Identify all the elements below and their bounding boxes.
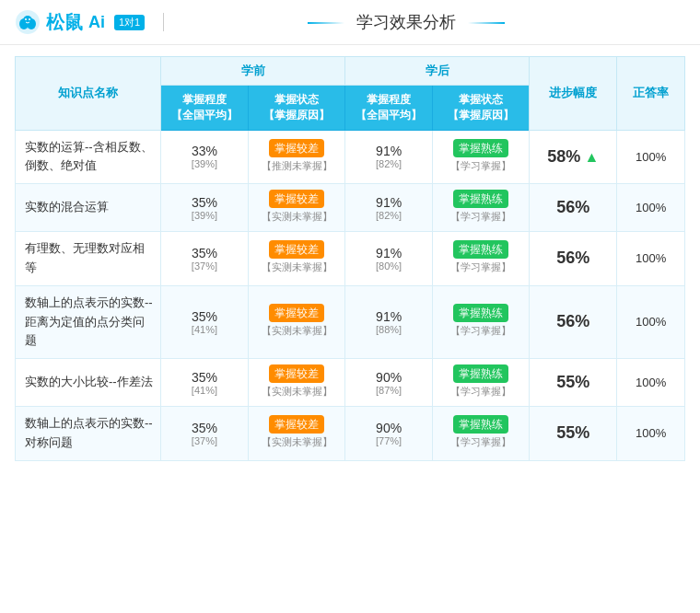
before-badge: 掌握较差 bbox=[269, 364, 324, 383]
before-note: 【实测未掌握】 bbox=[254, 260, 339, 274]
group-header-row: 知识点名称 学前 学后 进步幅度 正答率 bbox=[16, 57, 685, 86]
cell-correct: 100% bbox=[617, 184, 685, 232]
cell-before-national: [39%] bbox=[167, 210, 242, 221]
analysis-table: 知识点名称 学前 学后 进步幅度 正答率 掌握程度 【全国平均】 掌握状态 【掌… bbox=[15, 56, 685, 461]
table-row: 数轴上的点表示的实数--距离为定值的点分类问题 35% [41%] 掌握较差 【… bbox=[16, 285, 685, 358]
cell-correct: 100% bbox=[617, 359, 685, 407]
after-note: 【学习掌握】 bbox=[438, 324, 523, 338]
cell-after-percent: 91% [82%] bbox=[345, 130, 433, 184]
cell-after-national: [77%] bbox=[351, 435, 426, 446]
col-name-header: 知识点名称 bbox=[16, 57, 161, 131]
col-correct-header: 正答率 bbox=[617, 57, 685, 131]
cell-after-percent: 90% [77%] bbox=[345, 407, 433, 461]
cell-before-badge: 掌握较差 【实测未掌握】 bbox=[248, 285, 344, 358]
subheader-after-degree: 掌握程度 【全国平均】 bbox=[345, 86, 433, 131]
cell-before-national: [39%] bbox=[167, 158, 242, 169]
cell-name: 实数的大小比较--作差法 bbox=[16, 359, 161, 407]
before-badge: 掌握较差 bbox=[269, 139, 324, 157]
cell-before-badge: 掌握较差 【实测未掌握】 bbox=[248, 359, 344, 407]
logo-badge: 1对1 bbox=[114, 15, 145, 30]
cell-correct: 100% bbox=[617, 232, 685, 286]
col-before-header: 学前 bbox=[161, 57, 345, 86]
after-badge: 掌握熟练 bbox=[453, 139, 508, 157]
cell-after-percent: 91% [80%] bbox=[345, 232, 433, 286]
cell-name: 实数的运算--含相反数、倒数、绝对值 bbox=[16, 130, 161, 184]
cell-before-badge: 掌握较差 【实测未掌握】 bbox=[248, 407, 344, 461]
cell-advance: 58% ▲ bbox=[530, 130, 617, 184]
logo-ai: Ai bbox=[88, 13, 105, 32]
cell-after-badge: 掌握熟练 【学习掌握】 bbox=[433, 232, 530, 286]
cell-correct: 100% bbox=[617, 285, 685, 358]
logo-text: 松鼠 bbox=[46, 10, 83, 35]
cell-after-national: [80%] bbox=[351, 260, 426, 272]
logo-area: 松鼠 Ai 1对1 bbox=[15, 9, 145, 35]
cell-before-national: [41%] bbox=[167, 324, 242, 335]
cell-after-national: [82%] bbox=[351, 210, 426, 221]
subheader-before-state: 掌握状态 【掌握原因】 bbox=[248, 86, 344, 131]
table-row: 数轴上的点表示的实数--对称问题 35% [37%] 掌握较差 【实测未掌握】 … bbox=[16, 407, 685, 461]
before-badge: 掌握较差 bbox=[269, 240, 324, 259]
cell-name: 有理数、无理数对应相等 bbox=[16, 232, 161, 286]
before-note: 【实测未掌握】 bbox=[254, 324, 339, 338]
cell-before-percent: 35% [41%] bbox=[161, 285, 249, 358]
after-badge: 掌握熟练 bbox=[453, 190, 508, 208]
after-badge: 掌握熟练 bbox=[453, 240, 508, 259]
table-row: 实数的混合运算 35% [39%] 掌握较差 【实测未掌握】 91% [82%]… bbox=[16, 184, 685, 232]
subheader-after-state: 掌握状态 【掌握原因】 bbox=[433, 86, 530, 131]
table-row: 实数的大小比较--作差法 35% [41%] 掌握较差 【实测未掌握】 90% … bbox=[16, 359, 685, 407]
cell-after-badge: 掌握熟练 【学习掌握】 bbox=[433, 184, 530, 232]
before-note: 【实测未掌握】 bbox=[254, 385, 339, 399]
after-note: 【学习掌握】 bbox=[438, 159, 523, 173]
cell-before-percent: 35% [41%] bbox=[161, 359, 249, 407]
cell-before-percent: 33% [39%] bbox=[161, 130, 249, 184]
cell-after-badge: 掌握熟练 【学习掌握】 bbox=[433, 407, 530, 461]
header-divider bbox=[163, 13, 164, 31]
cell-after-percent: 90% [87%] bbox=[345, 359, 433, 407]
cell-after-percent: 91% [88%] bbox=[345, 285, 433, 358]
cell-name: 实数的混合运算 bbox=[16, 184, 161, 232]
cell-before-national: [37%] bbox=[167, 260, 242, 272]
before-note: 【实测未掌握】 bbox=[254, 435, 339, 449]
squirrel-icon bbox=[15, 9, 41, 35]
cell-before-percent: 35% [37%] bbox=[161, 407, 249, 461]
cell-after-badge: 掌握熟练 【学习掌握】 bbox=[433, 285, 530, 358]
cell-advance: 56% bbox=[530, 232, 617, 286]
title-line-right bbox=[468, 22, 505, 24]
cell-correct: 100% bbox=[617, 407, 685, 461]
cell-advance: 55% bbox=[530, 407, 617, 461]
cell-before-badge: 掌握较差 【实测未掌握】 bbox=[248, 184, 344, 232]
cell-after-percent: 91% [82%] bbox=[345, 184, 433, 232]
after-note: 【学习掌握】 bbox=[438, 385, 523, 399]
svg-point-5 bbox=[29, 18, 30, 20]
cell-name: 数轴上的点表示的实数--距离为定值的点分类问题 bbox=[16, 285, 161, 358]
header: 松鼠 Ai 1对1 学习效果分析 bbox=[0, 0, 700, 45]
subheader-before-degree: 掌握程度 【全国平均】 bbox=[161, 86, 249, 131]
cell-before-badge: 掌握较差 【推测未掌握】 bbox=[248, 130, 344, 184]
after-note: 【学习掌握】 bbox=[438, 435, 523, 449]
before-badge: 掌握较差 bbox=[269, 415, 324, 434]
cell-after-national: [87%] bbox=[351, 385, 426, 396]
cell-before-badge: 掌握较差 【实测未掌握】 bbox=[248, 232, 344, 286]
cell-advance: 56% bbox=[530, 184, 617, 232]
cell-before-national: [37%] bbox=[167, 435, 242, 446]
before-note: 【实测未掌握】 bbox=[254, 210, 339, 224]
cell-correct: 100% bbox=[617, 130, 685, 184]
cell-after-national: [82%] bbox=[351, 158, 426, 169]
cell-after-badge: 掌握熟练 【学习掌握】 bbox=[433, 359, 530, 407]
after-badge: 掌握熟练 bbox=[453, 364, 508, 383]
before-note: 【推测未掌握】 bbox=[254, 159, 339, 173]
table-row: 有理数、无理数对应相等 35% [37%] 掌握较差 【实测未掌握】 91% [… bbox=[16, 232, 685, 286]
cell-before-percent: 35% [37%] bbox=[161, 232, 249, 286]
table-container: 知识点名称 学前 学后 进步幅度 正答率 掌握程度 【全国平均】 掌握状态 【掌… bbox=[0, 45, 700, 476]
table-body: 实数的运算--含相反数、倒数、绝对值 33% [39%] 掌握较差 【推测未掌握… bbox=[16, 130, 685, 460]
title-line-left bbox=[308, 22, 344, 24]
before-badge: 掌握较差 bbox=[269, 304, 324, 322]
page-title: 学习效果分析 bbox=[182, 11, 630, 33]
cell-before-national: [41%] bbox=[167, 385, 242, 396]
after-badge: 掌握熟练 bbox=[453, 415, 508, 434]
table-row: 实数的运算--含相反数、倒数、绝对值 33% [39%] 掌握较差 【推测未掌握… bbox=[16, 130, 685, 184]
cell-after-national: [88%] bbox=[351, 324, 426, 335]
col-after-header: 学后 bbox=[345, 57, 530, 86]
after-badge: 掌握熟练 bbox=[453, 304, 508, 322]
before-badge: 掌握较差 bbox=[269, 190, 324, 208]
